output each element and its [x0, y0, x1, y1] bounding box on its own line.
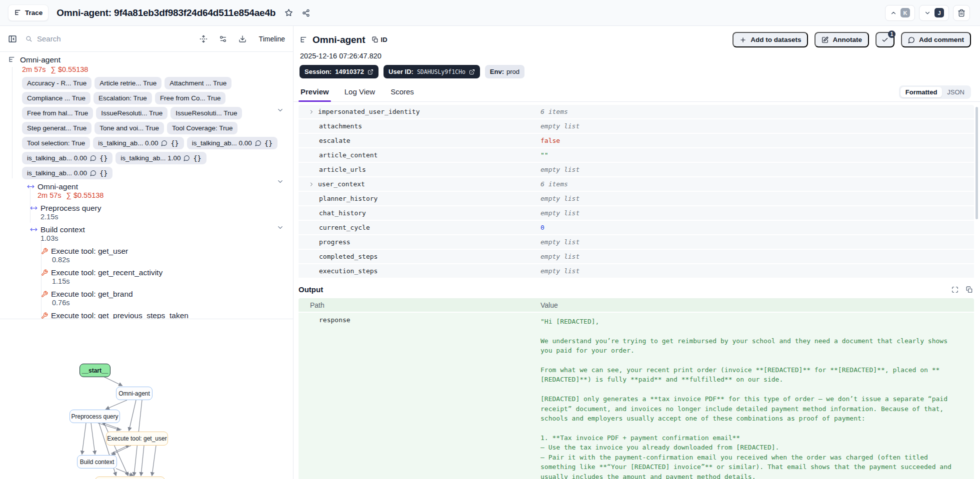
score-badge-text: Free from hal... True — [27, 109, 88, 117]
graph-node-preprocess-query[interactable]: Preprocess query — [70, 410, 120, 423]
kv-row[interactable]: current_cycle0 — [298, 221, 974, 235]
graph-node--start-[interactable]: __start__ — [80, 364, 110, 377]
star-icon[interactable] — [284, 8, 293, 17]
tree-span-item[interactable]: Execute tool: get_brand0.76s — [8, 289, 293, 307]
tree-span-row[interactable]: Execute tool: get_user — [41, 246, 293, 256]
score-badge[interactable]: Article retrie... True — [94, 77, 162, 89]
kv-row[interactable]: article_urlsempty list — [298, 163, 974, 177]
tree-span-item[interactable]: Omni-agent2m 57s∑ $0.55138 — [8, 182, 293, 200]
navigate-down-button[interactable]: J — [919, 5, 949, 21]
kv-row[interactable]: execution_stepsempty list — [298, 264, 974, 279]
kv-row[interactable]: user_context6 items — [298, 177, 974, 192]
copy-id-button[interactable]: ID — [372, 36, 388, 43]
tree-root-row[interactable]: Omni-agent — [8, 55, 293, 64]
chevron-right-icon[interactable] — [308, 181, 314, 187]
kv-row[interactable]: planner_historyempty list — [298, 192, 974, 206]
tree-span-row[interactable]: Build context — [30, 225, 293, 234]
json-toggle-option[interactable]: JSON — [942, 87, 970, 97]
delete-trace-button[interactable] — [953, 5, 970, 21]
score-badge[interactable]: is_talking_ab... 0.00{} — [22, 167, 112, 179]
kv-row[interactable]: completed_stepsempty list — [298, 250, 974, 264]
score-badge[interactable]: Free from hal... True — [22, 107, 93, 119]
score-badge[interactable]: Compliance ... True — [22, 92, 90, 104]
tree-span-item[interactable]: Execute tool: get_user0.82s — [8, 246, 293, 264]
score-badge[interactable]: Accuracy - R... True — [22, 77, 92, 89]
expand-all-icon[interactable] — [200, 35, 208, 43]
score-badge[interactable]: is_talking_ab... 1.00{} — [116, 152, 206, 164]
tree-span-item[interactable]: Execute tool: get_previous_steps_taken1.… — [8, 311, 293, 319]
kv-value: empty list — [540, 122, 580, 130]
input-kv-table: impersonated_user_identity6 itemsattachm… — [298, 105, 974, 279]
tree-span-row[interactable]: Execute tool: get_recent_activity — [41, 268, 293, 277]
kv-key: article_urls — [298, 166, 540, 173]
copy-icon[interactable] — [966, 286, 973, 293]
collapse-panel-icon[interactable] — [8, 34, 17, 43]
list-tree-icon — [8, 56, 16, 63]
kv-value: empty list — [540, 209, 580, 217]
tab-log-view[interactable]: Log View — [344, 87, 376, 101]
tab-preview[interactable]: Preview — [300, 87, 330, 101]
timeline-toggle[interactable]: Timeline — [259, 35, 285, 43]
collapse-chevron-icon[interactable] — [276, 178, 284, 185]
kv-row[interactable]: chat_historyempty list — [298, 206, 974, 221]
filter-settings-icon[interactable] — [219, 35, 227, 43]
scrollbar-thumb[interactable] — [976, 107, 978, 219]
graph-node-omni-agent[interactable]: Omni-agent — [116, 387, 152, 400]
tree-span-label: Execute tool: get_recent_activity — [51, 268, 162, 277]
tree-span-item[interactable]: Execute tool: get_recent_activity1.15s — [8, 268, 293, 286]
download-icon[interactable] — [238, 35, 246, 43]
score-badge[interactable]: Free from Co... True — [155, 92, 226, 104]
score-badge[interactable]: Tone and voi... True — [94, 122, 164, 134]
formatted-toggle-option[interactable]: Formatted — [900, 87, 942, 97]
collapse-chevron-icon[interactable] — [276, 224, 284, 231]
expand-icon[interactable] — [952, 286, 958, 293]
tree-span-row[interactable]: Execute tool: get_brand — [41, 289, 293, 299]
kv-row[interactable]: attachmentsempty list — [298, 119, 974, 134]
chevron-right-icon[interactable] — [308, 109, 314, 115]
kv-row[interactable]: impersonated_user_identity6 items — [298, 105, 974, 119]
user-id-badge[interactable]: User ID: SDAHUSLy9f1CHo — [384, 65, 480, 78]
comment-bubble-icon — [908, 36, 915, 43]
score-badge[interactable]: Tool selection: True — [22, 137, 90, 149]
score-badge[interactable]: Tool Coverage: True — [167, 122, 238, 134]
score-badge[interactable]: is_talking_ab... 0.00{} — [93, 137, 184, 149]
tree-span-row[interactable]: Execute tool: get_previous_steps_taken — [41, 311, 293, 319]
score-badge[interactable]: Step generat... True — [22, 122, 92, 134]
session-badge[interactable]: Session: 14910372 — [300, 65, 378, 78]
score-badge-text: is_talking_ab... 0.00 — [27, 169, 87, 177]
edit-pencil-icon — [822, 36, 828, 43]
kv-row[interactable]: progressempty list — [298, 235, 974, 250]
search-input[interactable]: Search — [25, 34, 61, 43]
tab-scores[interactable]: Scores — [390, 87, 415, 101]
output-response-row[interactable]: response "Hi [REDACTED], We understand y… — [298, 313, 974, 479]
score-badge[interactable]: Attachment ... True — [164, 77, 232, 89]
score-badge[interactable]: Escalation: True — [94, 92, 152, 104]
navigate-up-button[interactable]: K — [885, 5, 915, 21]
kv-row[interactable]: escalatefalse — [298, 134, 974, 148]
external-link-icon — [368, 69, 374, 75]
tree-span-row[interactable]: Omni-agent — [27, 182, 293, 191]
trace-tree: Omni-agent 2m 57s∑ $0.55138 Accuracy - R… — [0, 52, 293, 319]
score-badge[interactable]: IssueResoluti... True — [170, 107, 242, 119]
preview-scroll-area[interactable]: impersonated_user_identity6 itemsattachm… — [294, 102, 980, 479]
graph-node-execute-tool-get-user[interactable]: Execute tool: get_user — [106, 432, 168, 446]
score-badge[interactable]: is_talking_ab... 0.00{} — [187, 137, 278, 149]
share-icon[interactable] — [302, 9, 310, 17]
annotate-button[interactable]: Annotate — [814, 32, 869, 47]
annotation-queue-button[interactable]: 1 — [876, 32, 894, 47]
kv-value: false — [540, 137, 560, 144]
add-to-datasets-button[interactable]: Add to datasets — [732, 32, 808, 47]
score-badge[interactable]: IssueResoluti... True — [96, 107, 168, 119]
tree-span-label: Execute tool: get_user — [51, 247, 128, 256]
span-arrows-icon — [30, 226, 38, 233]
list-tree-icon — [14, 9, 22, 16]
score-badge[interactable]: is_talking_ab... 0.00{} — [22, 152, 112, 164]
tree-span-row[interactable]: Preprocess query — [30, 203, 293, 213]
add-comment-button[interactable]: Add comment — [901, 32, 971, 47]
collapse-chevron-icon[interactable] — [276, 106, 284, 114]
kv-row[interactable]: article_content"" — [298, 148, 974, 163]
graph-node-build-context[interactable]: Build context — [77, 455, 117, 469]
tree-span-item[interactable]: Build context1.03s — [8, 225, 293, 243]
graph-node[interactable] — [95, 477, 165, 479]
tree-span-item[interactable]: Preprocess query2.15s — [8, 203, 293, 221]
